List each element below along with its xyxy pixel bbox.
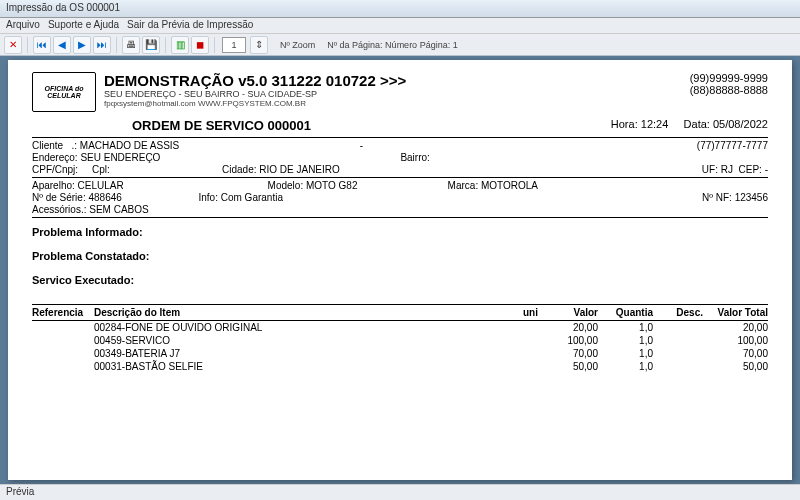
close-icon[interactable]: ✕ xyxy=(4,36,22,54)
marca-label: Marca: xyxy=(448,180,479,191)
printer-icon[interactable]: 🖶 xyxy=(122,36,140,54)
cpf-label: CPF/Cnpj: xyxy=(32,164,92,175)
window-titlebar: Impressão da OS 000001 xyxy=(0,0,800,18)
open-icon[interactable]: ▥ xyxy=(171,36,189,54)
stop-icon[interactable]: ◼ xyxy=(191,36,209,54)
cliente-dash: - xyxy=(360,140,530,151)
bairro-label: Bairro: xyxy=(400,152,429,163)
problema-informado-label: Problema Informado: xyxy=(32,226,768,238)
save-icon[interactable]: 💾 xyxy=(142,36,160,54)
acess-label: Acessórios.: xyxy=(32,204,86,215)
nf-value: 123456 xyxy=(735,192,768,203)
company-title: DEMONSTRAÇÃO v5.0 311222 010722 >>> xyxy=(104,72,406,89)
company-phone2: (88)88888-8888 xyxy=(690,84,768,96)
table-row: 00349-BATERIA J770,001,070,00 xyxy=(32,347,768,360)
nf-label: Nº NF: xyxy=(702,192,732,203)
menu-bar: Arquivo Suporte e Ajuda Sair da Prévia d… xyxy=(0,18,800,34)
acess-value: SEM CABOS xyxy=(89,204,148,215)
table-body: 00284-FONE DE OUVIDO ORIGINAL20,001,020,… xyxy=(32,321,768,373)
serie-label: Nº de Série: xyxy=(32,192,86,203)
uf-label: UF: xyxy=(702,164,718,175)
status-bar: Prévia xyxy=(0,484,800,500)
problema-constatado-label: Problema Constatado: xyxy=(32,250,768,262)
company-phone1: (99)99999-9999 xyxy=(690,72,768,84)
cliente-fone: (77)77777-7777 xyxy=(530,140,768,151)
preview-area: OFICINA do CELULAR DEMONSTRAÇÃO v5.0 311… xyxy=(0,56,800,484)
uf-value: RJ xyxy=(721,164,733,175)
cliente-label: Cliente .: xyxy=(32,140,77,151)
data-value: 05/08/2022 xyxy=(713,118,768,130)
info-value: Com Garantia xyxy=(221,192,283,203)
table-row: 00031-BASTÃO SELFIE50,001,050,00 xyxy=(32,360,768,373)
data-label: Data: xyxy=(684,118,710,130)
company-address: SEU ENDEREÇO - SEU BAIRRO - SUA CIDADE-S… xyxy=(104,89,406,99)
hora-label: Hora: xyxy=(611,118,638,130)
zoom-input[interactable]: 1 xyxy=(222,37,246,53)
info-label: Info: xyxy=(198,192,217,203)
prev-page-icon[interactable]: ◀ xyxy=(53,36,71,54)
menu-suporte[interactable]: Suporte e Ajuda xyxy=(48,19,119,32)
cep-value: - xyxy=(762,164,768,175)
company-logo: OFICINA do CELULAR xyxy=(32,72,96,112)
company-contact: fpqxsystem@hotmail.com WWW.FPQSYSTEM.COM… xyxy=(104,99,406,108)
modelo-value: MOTO G82 xyxy=(306,180,358,191)
marca-value: MOTOROLA xyxy=(481,180,538,191)
serie-value: 488646 xyxy=(88,192,198,203)
modelo-label: Modelo: xyxy=(268,180,304,191)
zoom-label: Nº Zoom xyxy=(280,40,315,50)
table-header: Referencia Descrição do Item uni Valor Q… xyxy=(32,304,768,321)
cidade-value: RIO DE JANEIRO xyxy=(259,164,340,175)
last-page-icon[interactable]: ⏭ xyxy=(93,36,111,54)
toolbar: ✕ ⏮ ◀ ▶ ⏭ 🖶 💾 ▥ ◼ 1 ⇕ Nº Zoom Nº da Pági… xyxy=(0,34,800,56)
table-row: 00459-SERVICO100,001,0100,00 xyxy=(32,334,768,347)
hora-value: 12:24 xyxy=(641,118,669,130)
report-page: OFICINA do CELULAR DEMONSTRAÇÃO v5.0 311… xyxy=(8,60,792,480)
cidade-label: Cidade: xyxy=(222,164,256,175)
zoom-stepper-icon[interactable]: ⇕ xyxy=(250,36,268,54)
aparelho-label: Aparelho: xyxy=(32,180,75,191)
aparelho-value: CELULAR xyxy=(78,180,268,191)
menu-sair[interactable]: Sair da Prévia de Impressão xyxy=(127,19,253,32)
first-page-icon[interactable]: ⏮ xyxy=(33,36,51,54)
next-page-icon[interactable]: ▶ xyxy=(73,36,91,54)
endereco-value: SEU ENDEREÇO xyxy=(80,152,400,163)
os-number: ORDEM DE SERVICO 000001 xyxy=(132,118,311,133)
cliente-nome: MACHADO DE ASSIS xyxy=(80,140,360,151)
page-label: Nº da Página: Número Página: 1 xyxy=(327,40,457,50)
servico-executado-label: Servico Executado: xyxy=(32,274,768,286)
cpl-label: Cpl: xyxy=(92,164,222,175)
menu-arquivo[interactable]: Arquivo xyxy=(6,19,40,32)
endereco-label: Endereço: xyxy=(32,152,78,163)
table-row: 00284-FONE DE OUVIDO ORIGINAL20,001,020,… xyxy=(32,321,768,334)
cep-label: CEP: xyxy=(739,164,762,175)
